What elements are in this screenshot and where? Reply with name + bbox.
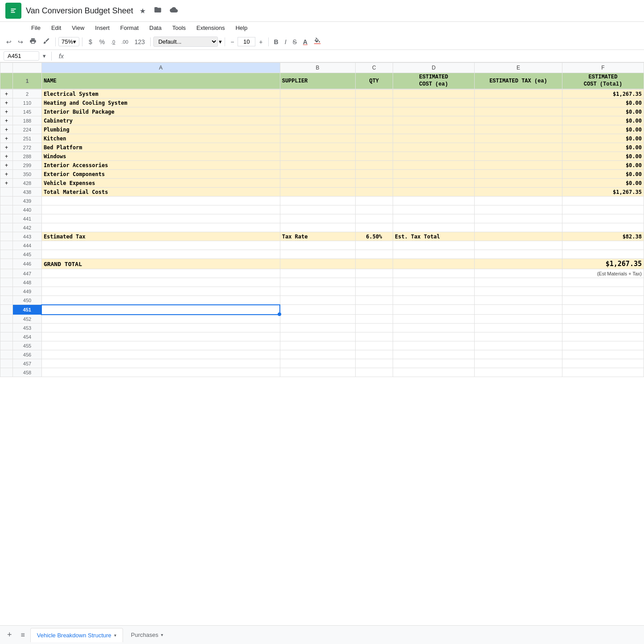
- table-cell[interactable]: [280, 341, 355, 350]
- table-cell[interactable]: [562, 332, 644, 341]
- table-cell[interactable]: [393, 143, 475, 152]
- percent-button[interactable]: %: [97, 37, 107, 47]
- table-cell[interactable]: [393, 359, 475, 368]
- table-cell[interactable]: [355, 161, 393, 170]
- expand-cell[interactable]: +: [0, 98, 13, 107]
- table-cell[interactable]: [562, 324, 644, 332]
- table-cell[interactable]: [280, 269, 355, 278]
- table-cell[interactable]: [474, 287, 562, 296]
- table-cell[interactable]: [474, 98, 562, 107]
- header-est-cost-total-cell[interactable]: ESTIMATED COST (Total): [562, 73, 644, 89]
- undo-button[interactable]: ↩: [4, 37, 14, 47]
- col-header-F[interactable]: F: [562, 63, 644, 73]
- table-cell[interactable]: $0.00: [562, 152, 644, 161]
- table-cell[interactable]: [355, 359, 393, 368]
- table-cell[interactable]: [355, 368, 393, 377]
- table-cell[interactable]: [562, 223, 644, 232]
- col-header-D[interactable]: D: [393, 63, 475, 73]
- table-cell[interactable]: [280, 170, 355, 179]
- table-cell[interactable]: [280, 205, 355, 214]
- table-cell[interactable]: Plumbing: [41, 125, 280, 134]
- folder-button[interactable]: [152, 4, 164, 17]
- table-cell[interactable]: [393, 324, 475, 332]
- selected-cell-A451[interactable]: [41, 305, 280, 315]
- table-cell[interactable]: [41, 296, 280, 305]
- table-cell[interactable]: [393, 98, 475, 107]
- table-cell[interactable]: [280, 241, 355, 250]
- table-cell[interactable]: $0.00: [562, 161, 644, 170]
- menu-help[interactable]: Help: [231, 23, 252, 33]
- menu-format[interactable]: Format: [116, 23, 143, 33]
- fill-color-button[interactable]: [311, 36, 324, 48]
- table-cell[interactable]: [355, 250, 393, 259]
- table-cell[interactable]: [393, 116, 475, 125]
- table-cell[interactable]: [474, 107, 562, 116]
- table-cell[interactable]: [355, 296, 393, 305]
- grand-total-cell[interactable]: [393, 259, 475, 269]
- table-cell[interactable]: [393, 90, 475, 98]
- sheet-scroll[interactable]: A B C D E F 1 NAME SUPPLIER QTY ESTIMATE…: [0, 62, 644, 617]
- table-cell[interactable]: [562, 278, 644, 287]
- table-cell[interactable]: [393, 197, 475, 205]
- table-cell[interactable]: $0.00: [562, 116, 644, 125]
- table-cell[interactable]: [41, 341, 280, 350]
- table-cell[interactable]: [474, 179, 562, 188]
- table-cell[interactable]: [355, 90, 393, 98]
- menu-edit[interactable]: Edit: [47, 23, 66, 33]
- table-cell[interactable]: [474, 223, 562, 232]
- table-cell[interactable]: [280, 296, 355, 305]
- star-button[interactable]: ★: [138, 5, 148, 17]
- decimal-dec-button[interactable]: .0: [108, 37, 118, 46]
- table-cell[interactable]: [355, 241, 393, 250]
- table-cell[interactable]: Total Material Costs: [41, 188, 280, 197]
- table-cell[interactable]: Bed Platform: [41, 143, 280, 152]
- table-cell[interactable]: [41, 350, 280, 359]
- table-cell[interactable]: [474, 305, 562, 315]
- expand-cell[interactable]: +: [0, 107, 13, 116]
- tab-vehicle-breakdown[interactable]: Vehicle Breakdown Structure ▾: [30, 628, 123, 642]
- table-cell[interactable]: [474, 161, 562, 170]
- expand-cell[interactable]: +: [0, 152, 13, 161]
- table-cell[interactable]: [474, 241, 562, 250]
- table-cell[interactable]: [355, 305, 393, 315]
- menu-view[interactable]: View: [67, 23, 89, 33]
- table-cell[interactable]: [393, 161, 475, 170]
- table-cell[interactable]: Windows: [41, 152, 280, 161]
- table-cell[interactable]: [393, 241, 475, 250]
- table-cell[interactable]: Exterior Components: [41, 170, 280, 179]
- col-header-B[interactable]: B: [280, 63, 355, 73]
- table-cell[interactable]: [280, 278, 355, 287]
- table-cell[interactable]: [474, 315, 562, 324]
- font-selector[interactable]: Default... Arial Times New Roman: [153, 37, 218, 47]
- table-cell[interactable]: [355, 179, 393, 188]
- expand-cell[interactable]: +: [0, 161, 13, 170]
- table-cell[interactable]: [41, 197, 280, 205]
- table-cell[interactable]: [474, 143, 562, 152]
- table-cell[interactable]: [280, 116, 355, 125]
- text-color-button[interactable]: A: [300, 37, 310, 47]
- format-paint-button[interactable]: [40, 36, 53, 48]
- table-cell[interactable]: [280, 197, 355, 205]
- table-cell[interactable]: [280, 125, 355, 134]
- table-cell[interactable]: $0.00: [562, 125, 644, 134]
- grand-total-cell[interactable]: [355, 259, 393, 269]
- cell-reference-input[interactable]: [4, 51, 39, 61]
- table-cell[interactable]: [393, 287, 475, 296]
- table-cell[interactable]: [474, 332, 562, 341]
- table-cell[interactable]: [355, 287, 393, 296]
- tax-cell[interactable]: $82.38: [562, 232, 644, 241]
- table-cell[interactable]: [280, 134, 355, 143]
- table-cell[interactable]: [562, 359, 644, 368]
- menu-file[interactable]: File: [27, 23, 45, 33]
- table-cell[interactable]: [393, 223, 475, 232]
- table-cell[interactable]: [393, 341, 475, 350]
- table-cell[interactable]: $1,267.35: [562, 188, 644, 197]
- table-cell[interactable]: [393, 134, 475, 143]
- table-cell[interactable]: [393, 315, 475, 324]
- font-size-increase-button[interactable]: +: [256, 37, 265, 47]
- table-cell[interactable]: [355, 134, 393, 143]
- table-cell[interactable]: [393, 125, 475, 134]
- table-cell[interactable]: [474, 250, 562, 259]
- table-cell[interactable]: [393, 107, 475, 116]
- table-cell[interactable]: [41, 205, 280, 214]
